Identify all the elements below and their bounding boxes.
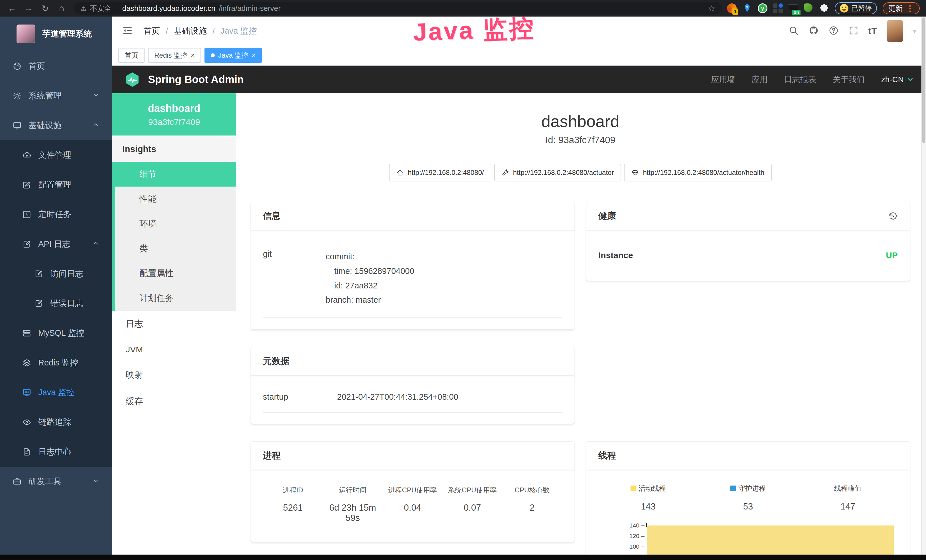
page-instance-id: Id: 93a3fc7f7409 bbox=[251, 135, 910, 145]
metadata-value: 2021-04-27T00:44:31.254+08:00 bbox=[337, 392, 562, 402]
sidebar-item-java-monitor[interactable]: Java 监控 bbox=[0, 378, 112, 407]
sidebar-fold-icon[interactable] bbox=[122, 25, 133, 37]
help-icon[interactable] bbox=[828, 26, 839, 37]
font-size-icon[interactable]: tT bbox=[869, 26, 877, 36]
sba-nav-jvm[interactable]: JVM bbox=[112, 337, 236, 362]
process-cpu: 进程CPU使用率 0.04 bbox=[383, 486, 443, 523]
sba-nav-caches[interactable]: 缓存 bbox=[112, 388, 236, 415]
extension-leaf-icon[interactable] bbox=[804, 3, 814, 13]
extension-switch-icon[interactable]: on bbox=[788, 3, 798, 13]
sidebar-item-scheduled-job[interactable]: 定时任务 bbox=[0, 200, 112, 229]
daemon-threads: 守护进程 53 bbox=[698, 484, 798, 512]
sba-brand-title[interactable]: Spring Boot Admin bbox=[148, 74, 244, 86]
bookmark-star-icon[interactable]: ☆ bbox=[708, 3, 716, 14]
breadcrumb-separator: / bbox=[212, 27, 215, 36]
search-icon[interactable] bbox=[788, 26, 799, 37]
tab-home[interactable]: 首页 bbox=[118, 48, 145, 63]
github-icon[interactable] bbox=[808, 26, 819, 37]
breadcrumb-infra[interactable]: 基础设施 bbox=[174, 26, 207, 37]
sba-nav-details[interactable]: 细节 bbox=[115, 162, 236, 186]
chevron-down-icon bbox=[92, 477, 100, 486]
sidebar-item-log-center[interactable]: 日志中心 bbox=[0, 437, 112, 467]
wrench-icon bbox=[502, 169, 509, 176]
sba-nav-metrics[interactable]: 性能 bbox=[115, 186, 236, 211]
service-url-button[interactable]: http://192.168.0.2:48080/ bbox=[389, 164, 492, 182]
tab-close-icon[interactable]: × bbox=[191, 52, 195, 59]
git-branch-line: branch: master bbox=[326, 293, 562, 307]
sba-nav-environment[interactable]: 环境 bbox=[115, 211, 236, 236]
sidebar-item-api-log[interactable]: API 日志 bbox=[0, 229, 112, 259]
sba-nav-classes[interactable]: 类 bbox=[115, 236, 236, 261]
sba-nav-scheduled-tasks[interactable]: 计划任务 bbox=[115, 286, 236, 311]
sba-nav-wallboard[interactable]: 应用墙 bbox=[711, 74, 735, 85]
paused-label: 已暂停 bbox=[851, 4, 872, 13]
security-label[interactable]: 不安全 bbox=[90, 4, 112, 13]
sidebar-item-home[interactable]: 首页 bbox=[0, 51, 112, 81]
extension-pin-icon[interactable] bbox=[742, 3, 752, 13]
history-icon[interactable] bbox=[888, 211, 898, 221]
metadata-card-title: 元数据 bbox=[251, 347, 574, 376]
git-time-line: time: 1596289704000 bbox=[326, 264, 562, 278]
sba-language-select[interactable]: zh-CN bbox=[881, 75, 914, 84]
sba-nav-mappings[interactable]: 映射 bbox=[112, 362, 236, 388]
sba-nav-config-props[interactable]: 配置属性 bbox=[115, 261, 236, 286]
browser-back-icon[interactable]: ← bbox=[5, 2, 20, 15]
sidebar-item-error-log[interactable]: 错误日志 bbox=[0, 289, 112, 318]
sba-nav-applications[interactable]: 应用 bbox=[752, 74, 768, 85]
browser-address-bar[interactable]: ⚠ 不安全 dashboard.yudao.iocoder.cn /infra/… bbox=[74, 2, 722, 15]
tab-java-monitor[interactable]: Java 监控 × bbox=[204, 48, 262, 63]
user-avatar[interactable] bbox=[887, 20, 903, 42]
sba-nav-journal[interactable]: 日志报表 bbox=[784, 74, 816, 85]
kebab-menu-icon: ⋮ bbox=[906, 4, 914, 13]
health-instance-row: Instance UP bbox=[598, 242, 898, 269]
browser-forward-icon[interactable]: → bbox=[21, 2, 36, 15]
y-tick-mark bbox=[641, 546, 645, 547]
browser-reload-icon[interactable]: ↻ bbox=[38, 2, 53, 15]
metadata-key: startup bbox=[263, 392, 337, 402]
tab-redis-monitor[interactable]: Redis 监控 × bbox=[148, 48, 201, 63]
gauge-icon bbox=[12, 62, 22, 71]
actuator-url: http://192.168.0.2:48080/actuator bbox=[513, 169, 614, 177]
edit-square-icon bbox=[22, 180, 31, 189]
omnibox-divider bbox=[117, 5, 117, 12]
sba-nav-about[interactable]: 关于我们 bbox=[833, 74, 865, 85]
insights-items: 细节 性能 环境 类 配置属性 计划任务 bbox=[112, 162, 236, 311]
extension-grid-icon[interactable] bbox=[773, 3, 783, 13]
sba-logo-icon[interactable] bbox=[124, 71, 141, 88]
document-edit-icon bbox=[22, 240, 31, 249]
chrome-update-button[interactable]: 更新 ⋮ bbox=[883, 2, 920, 14]
sidebar-item-tracing[interactable]: 链路追踪 bbox=[0, 407, 112, 437]
extensions-puzzle-icon[interactable] bbox=[819, 3, 829, 13]
infra-submenu: 文件管理 配置管理 定时任务 API 日志 访问日志 bbox=[0, 140, 112, 467]
process-uptime: 运行时间 6d 23h 15m 59s bbox=[323, 486, 383, 523]
tab-close-icon[interactable]: × bbox=[251, 52, 256, 59]
app-title: 芋道管理系统 bbox=[42, 28, 92, 40]
page-scrollbar[interactable] bbox=[921, 17, 926, 555]
sidebar-item-file-management[interactable]: 文件管理 bbox=[0, 140, 112, 170]
browser-home-icon[interactable]: ⌂ bbox=[54, 2, 69, 15]
health-instance-label: Instance bbox=[598, 250, 633, 260]
sidebar-item-system[interactable]: 系统管理 bbox=[0, 81, 112, 111]
extension-y-icon[interactable]: y bbox=[758, 3, 767, 13]
health-url-button[interactable]: http://192.168.0.2:48080/actuator/health bbox=[624, 164, 772, 182]
sidebar-item-infra[interactable]: 基础设施 bbox=[0, 111, 112, 140]
sidebar-item-dev-tools[interactable]: 研发工具 bbox=[0, 467, 112, 496]
scrollbar-thumb[interactable] bbox=[922, 17, 925, 143]
extension-colorzilla-icon[interactable]: 1 bbox=[727, 3, 737, 13]
actuator-url-button[interactable]: http://192.168.0.2:48080/actuator bbox=[494, 164, 622, 182]
y-tick-100: 100 bbox=[613, 543, 639, 550]
sba-nav-logs[interactable]: 日志 bbox=[112, 311, 236, 337]
fullscreen-icon[interactable] bbox=[849, 26, 859, 37]
breadcrumb-home[interactable]: 首页 bbox=[144, 26, 160, 37]
document-edit-icon bbox=[34, 299, 43, 308]
avatar-caret-icon[interactable]: ▾ bbox=[913, 27, 916, 35]
sidebar-item-config-management[interactable]: 配置管理 bbox=[0, 170, 112, 200]
sba-language-value: zh-CN bbox=[881, 75, 904, 84]
process-card: 进程 进程ID 5261 运行时间 6d 23h 15m 59 bbox=[251, 442, 574, 542]
sidebar-item-access-log[interactable]: 访问日志 bbox=[0, 259, 112, 289]
sidebar-item-mysql-monitor[interactable]: MySQL 监控 bbox=[0, 318, 112, 348]
sidebar-item-label: 首页 bbox=[29, 61, 45, 72]
sidebar-item-redis-monitor[interactable]: Redis 监控 bbox=[0, 348, 112, 378]
extension-paused-badge[interactable]: 已暂停 bbox=[835, 2, 877, 14]
app-brand: 芋道管理系统 bbox=[0, 17, 112, 51]
